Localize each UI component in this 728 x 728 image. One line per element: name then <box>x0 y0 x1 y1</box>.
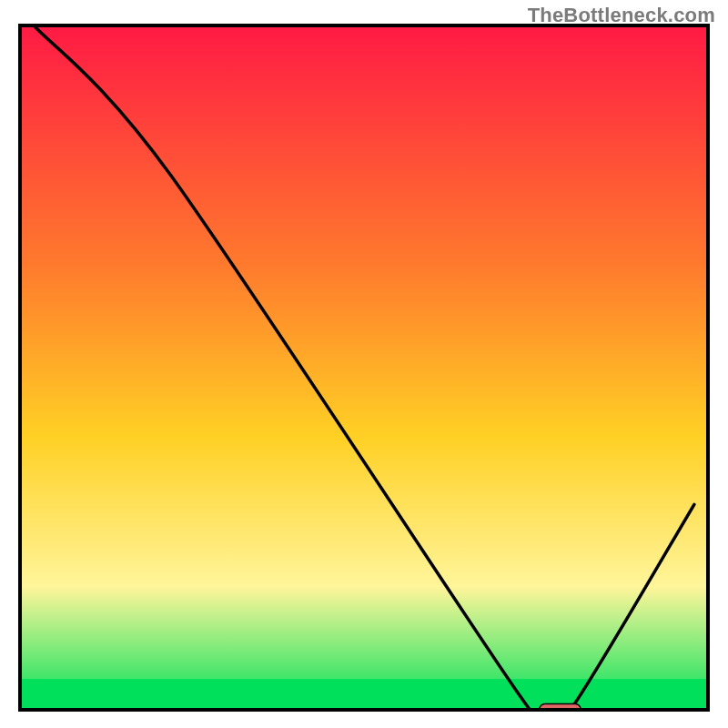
bottleneck-chart <box>0 0 728 728</box>
chart-container: TheBottleneck.com <box>0 0 728 728</box>
green-baseline-band <box>20 679 708 710</box>
watermark-text: TheBottleneck.com <box>528 4 715 27</box>
chart-background <box>20 25 708 710</box>
